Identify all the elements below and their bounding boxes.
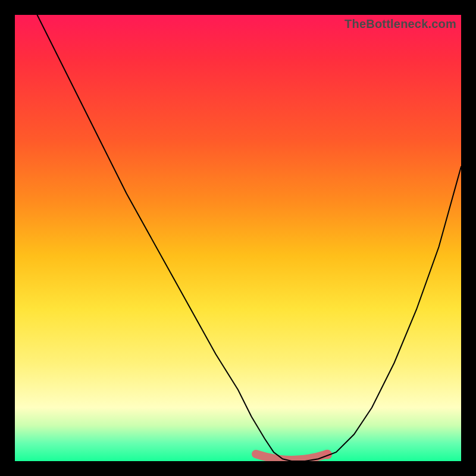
bottleneck-curve [15, 15, 461, 461]
chart-frame: TheBottleneck.com [0, 0, 476, 476]
optimal-marker-dot [322, 450, 332, 459]
curve-line [37, 15, 462, 461]
plot-area: TheBottleneck.com [15, 15, 461, 461]
watermark-text: TheBottleneck.com [345, 17, 456, 31]
optimal-band [256, 454, 327, 460]
